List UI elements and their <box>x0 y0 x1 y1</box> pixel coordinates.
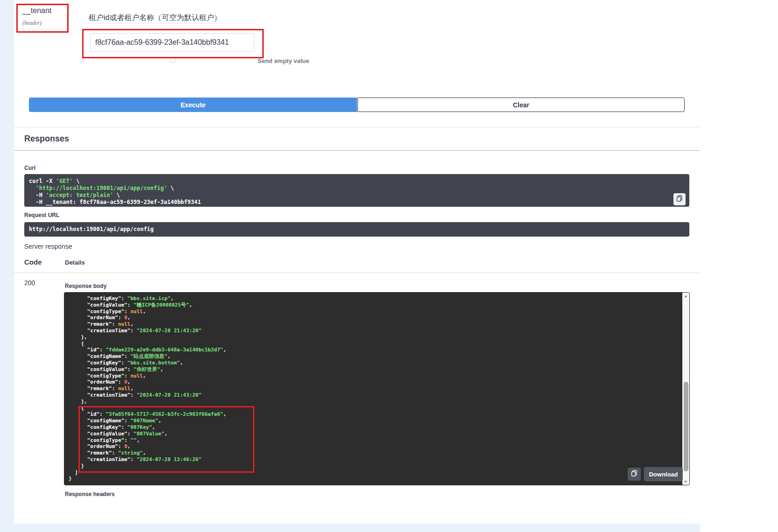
annotation-box-parameter-name <box>16 4 69 33</box>
details-column-header: Details <box>65 259 85 266</box>
server-response-label: Server response <box>24 243 72 250</box>
response-headers-label: Response headers <box>65 491 115 497</box>
request-url-text: http://localhost:19001/api/app/config <box>29 226 154 233</box>
responses-top-divider <box>14 127 700 127</box>
download-button[interactable]: Download <box>644 467 683 481</box>
curl-command: curl -X 'GET' \ 'http://localhost:19001/… <box>24 174 689 207</box>
scroll-up-icon[interactable]: ▲ <box>682 293 689 299</box>
response-body-scrollbar[interactable]: ▲ ▼ <box>682 293 689 485</box>
request-url-label: Request URL <box>24 212 59 218</box>
send-empty-label: Send empty value <box>258 57 309 64</box>
copy-curl-button[interactable] <box>673 193 686 205</box>
execute-button[interactable]: Execute <box>29 98 357 112</box>
clipboard-icon <box>676 195 683 203</box>
scrollbar-thumb[interactable] <box>684 382 688 471</box>
annotation-box-tenant-input <box>82 29 264 58</box>
swagger-operation-panel: __tenant (header) 租户id或者租户名称（可空为默认租户） Se… <box>0 0 778 532</box>
request-url-value: http://localhost:19001/api/app/config <box>24 222 689 237</box>
status-code: 200 <box>24 279 35 287</box>
curl-label: Curl <box>24 165 35 171</box>
response-table-divider <box>14 273 700 273</box>
response-body-label: Response body <box>65 283 106 289</box>
code-column-header: Code <box>24 258 42 266</box>
parameter-description: 租户id或者租户名称（可空为默认租户） <box>89 13 221 23</box>
copy-response-button[interactable] <box>628 468 641 481</box>
responses-title: Responses <box>24 134 69 144</box>
scroll-down-icon[interactable]: ▼ <box>682 478 689 485</box>
clipboard-icon <box>631 470 638 478</box>
responses-header-divider <box>14 150 700 151</box>
clear-button[interactable]: Clear <box>357 98 685 112</box>
annotation-box-json-object <box>78 406 254 473</box>
